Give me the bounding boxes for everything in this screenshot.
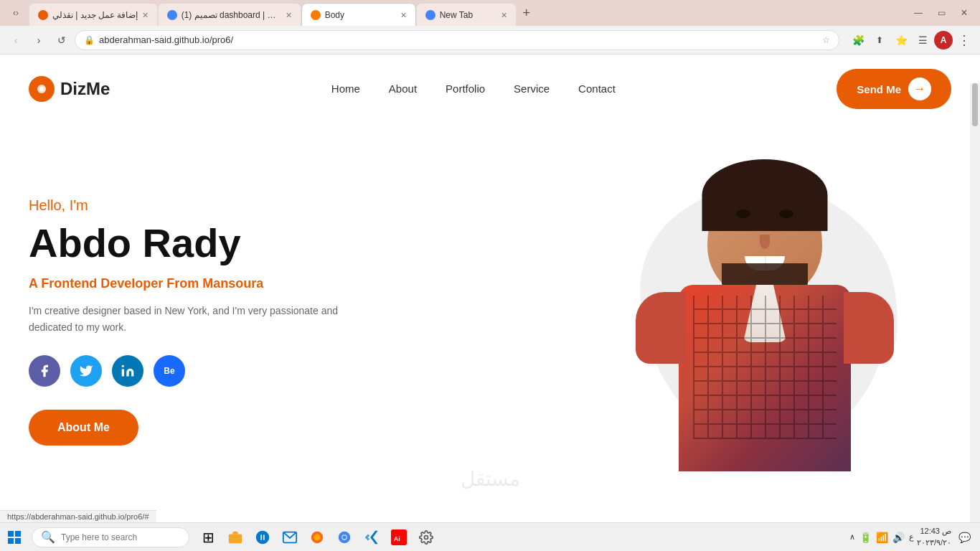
address-input-wrap[interactable]: 🔒 abderahman-said.github.io/pro6/ ☆: [75, 30, 839, 50]
watermark: مستقل: [461, 467, 520, 491]
reload-button[interactable]: ↺: [52, 30, 72, 50]
about-me-button[interactable]: About Me: [29, 410, 138, 446]
close-browser-btn[interactable]: ×: [954, 3, 974, 23]
network-icon: 📶: [876, 532, 888, 543]
scrollbar-track: [970, 83, 980, 522]
minimize-btn[interactable]: —: [908, 3, 928, 23]
explorer-icon[interactable]: [222, 524, 248, 550]
tab-4[interactable]: New Tab ×: [416, 3, 517, 26]
tab-1-label: إضافة عمل جديد | نقذلي: [52, 10, 138, 20]
nav-home[interactable]: Home: [331, 83, 360, 95]
volume-icon[interactable]: 🔊: [892, 532, 905, 543]
tab-4-icon: [425, 10, 435, 20]
tab-3-label: Body: [325, 10, 397, 20]
forward-button[interactable]: ›: [29, 30, 49, 50]
nav-service[interactable]: Service: [514, 83, 550, 95]
tab-2-icon: [167, 10, 177, 20]
taskbar-apps: ⊞ Ai: [195, 524, 844, 550]
tab-2[interactable]: (1) تصميم dashboard | نقذلي ×: [158, 3, 301, 26]
status-url: https://abderahman-said.github.io/pro6/#: [7, 512, 149, 521]
address-bar: ‹ › ↺ 🔒 abderahman-said.github.io/pro6/ …: [0, 26, 980, 55]
about-me-label: About Me: [57, 421, 110, 433]
tab-1[interactable]: إضافة عمل جديد | نقذلي ×: [29, 3, 158, 26]
arabic-lang[interactable]: ع: [909, 532, 914, 542]
mail-icon[interactable]: [277, 524, 303, 550]
adobe-icon[interactable]: Ai: [386, 524, 412, 550]
behance-label: Be: [164, 366, 174, 376]
tab-3-icon: [311, 10, 321, 20]
send-me-label: Send Me: [857, 83, 901, 95]
clock-time: 12:43 ص: [917, 526, 951, 537]
settings-icon[interactable]: [413, 524, 439, 550]
browser-tabs: ‹› إضافة عمل جديد | نقذلي × (1) تصميم da…: [0, 0, 980, 26]
address-text: abderahman-said.github.io/pro6/: [99, 34, 818, 45]
profile-avatar[interactable]: A: [934, 31, 953, 50]
hero-title-prefix: A Frontend Developer: [29, 276, 166, 291]
svg-point-9: [342, 535, 347, 540]
share-icon[interactable]: ⬆: [870, 30, 890, 50]
person-figure: [628, 152, 901, 494]
social-facebook[interactable]: [29, 355, 60, 387]
tab-2-close[interactable]: ×: [286, 10, 291, 20]
start-button[interactable]: [0, 523, 29, 552]
svg-point-2: [122, 365, 124, 367]
send-me-button[interactable]: Send Me →: [837, 69, 951, 109]
svg-rect-3: [229, 534, 242, 543]
chevron-up-icon[interactable]: ∧: [849, 532, 855, 542]
vscode-icon[interactable]: [359, 524, 385, 550]
sidebar-toggle[interactable]: ☰: [913, 30, 933, 50]
send-me-arrow: →: [908, 77, 931, 100]
scrollbar-thumb[interactable]: [972, 83, 978, 126]
restore-btn[interactable]: ▭: [931, 3, 951, 23]
system-icons: ∧ 🔋 📶 🔊 ع: [849, 532, 914, 543]
address-actions: 🧩 ⬆ ⭐ ☰ A ⋮: [848, 30, 974, 50]
social-behance[interactable]: Be: [154, 355, 185, 387]
taskbar: 🔍 ⊞ Ai ∧ 🔋 📶: [0, 522, 980, 551]
chrome-icon[interactable]: [331, 524, 357, 550]
taskbar-search-input[interactable]: [61, 532, 180, 542]
browser-menu-button[interactable]: ⋮: [954, 30, 974, 50]
firefox-icon[interactable]: [304, 524, 330, 550]
tab-2-label: (1) تصميم dashboard | نقذلي: [182, 10, 282, 20]
tab-4-close[interactable]: ×: [501, 10, 507, 20]
social-linkedin[interactable]: [112, 355, 143, 387]
tab-3[interactable]: Body ×: [301, 3, 416, 26]
taskview-button[interactable]: ⊞: [195, 524, 221, 550]
nav-about[interactable]: About: [389, 83, 417, 95]
nav-links: Home About Portfolio Service Contact: [331, 83, 616, 95]
svg-text:Ai: Ai: [394, 534, 400, 542]
hero-description: I'm creative designer based in New York,…: [29, 303, 344, 335]
notification-button[interactable]: 💬: [954, 527, 974, 547]
nav-contact[interactable]: Contact: [578, 83, 616, 95]
social-twitter[interactable]: [70, 355, 102, 387]
svg-point-6: [314, 534, 320, 540]
clock-date: ٢٠٢٣/٩/٢٠: [917, 537, 951, 548]
svg-point-12: [425, 535, 428, 539]
extensions-icon[interactable]: 🧩: [848, 30, 868, 50]
website-content: DizMe Home About Portfolio Service Conta…: [0, 55, 980, 494]
tab-1-close[interactable]: ×: [142, 10, 148, 20]
tab-1-icon: [38, 10, 48, 20]
tab-4-label: New Tab: [440, 10, 497, 20]
bookmark-icon[interactable]: ⭐: [891, 30, 911, 50]
hero-section: Hello, I'm Abdo Rady A Frontend Develope…: [0, 123, 980, 494]
hero-title-highlight: From Mansoura: [166, 276, 263, 291]
taskbar-search-box[interactable]: 🔍: [32, 527, 189, 547]
nav-portfolio[interactable]: Portfolio: [446, 83, 485, 95]
tab-3-close[interactable]: ×: [400, 10, 406, 20]
logo[interactable]: DizMe: [29, 76, 110, 102]
edge-icon[interactable]: [250, 524, 275, 550]
back-button[interactable]: ‹: [6, 30, 26, 50]
star-icon[interactable]: ☆: [822, 35, 830, 45]
tab-list-btn[interactable]: ‹›: [6, 3, 26, 23]
status-bar: https://abderahman-said.github.io/pro6/#: [0, 510, 156, 522]
search-icon: 🔍: [41, 530, 55, 544]
windows-icon: [8, 531, 21, 544]
logo-text: DizMe: [60, 79, 110, 99]
battery-icon: 🔋: [859, 532, 872, 543]
logo-icon: [29, 76, 55, 102]
clock[interactable]: 12:43 ص ٢٠٢٣/٩/٢٠: [917, 526, 951, 548]
new-tab-button[interactable]: +: [517, 3, 537, 23]
svg-point-1: [39, 87, 44, 91]
system-tray: ∧ 🔋 📶 🔊 ع 12:43 ص ٢٠٢٣/٩/٢٠ 💬: [844, 526, 980, 548]
